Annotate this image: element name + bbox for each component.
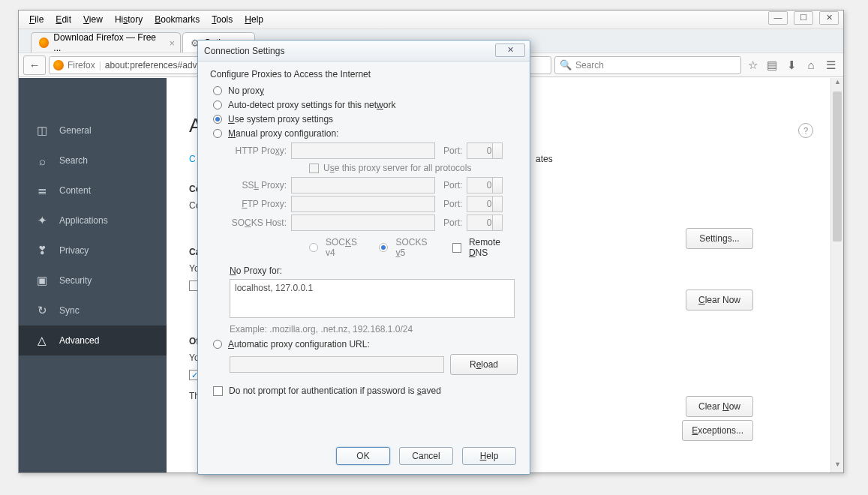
settings-button[interactable]: Settings... (686, 228, 753, 249)
subtab-partial-right[interactable]: ates (536, 154, 553, 164)
scroll-down-icon[interactable]: ▼ (831, 460, 843, 472)
menu-file[interactable]: File (23, 12, 50, 27)
firefox-icon (53, 60, 64, 70)
tab-label: Download Firefox — Free ... (53, 32, 161, 53)
port-label: Port: (443, 199, 462, 209)
exceptions-button[interactable]: Exceptions... (682, 420, 753, 441)
advanced-icon: △ (35, 334, 49, 347)
port-label: Port: (443, 218, 462, 228)
menu-edit[interactable]: Edit (50, 12, 77, 27)
help-icon[interactable]: ? (798, 123, 813, 138)
radio-auto-detect[interactable]: Auto-detect proxy settings for this netw… (213, 100, 518, 110)
http-port-input[interactable]: 0 (467, 142, 503, 159)
radio-icon (213, 340, 222, 349)
sidebar-item-security[interactable]: ▣Security (19, 266, 167, 296)
window-minimize-button[interactable]: — (768, 11, 788, 25)
firefox-icon (39, 38, 49, 48)
socks-host-input[interactable] (291, 214, 435, 231)
radio-auto-config-url[interactable]: Automatic proxy configuration URL: (213, 339, 518, 350)
radio-no-proxy[interactable]: No proxy (213, 86, 518, 96)
vertical-scrollbar[interactable]: ▲ ▼ (830, 78, 843, 472)
search-placeholder: Search (575, 60, 604, 70)
auto-config-url-input[interactable] (230, 356, 444, 373)
url-brand: Firefox (68, 60, 95, 70)
ftp-proxy-input[interactable] (291, 196, 435, 212)
checkbox-icon (213, 386, 223, 396)
ssl-port-input[interactable]: 0 (467, 177, 503, 194)
radio-socks-v5[interactable] (379, 243, 388, 252)
content-icon: ≣ (35, 184, 49, 197)
sidebar-item-applications[interactable]: ✦Applications (19, 206, 167, 236)
general-icon: ◫ (35, 124, 49, 137)
socks-port-input[interactable]: 0 (467, 214, 503, 231)
menu-bar: File Edit View History Bookmarks Tools H… (19, 10, 843, 29)
use-all-protocols-row[interactable]: Use this proxy server for all protocols (309, 163, 518, 173)
checkbox-icon (309, 164, 319, 173)
applications-icon: ✦ (35, 214, 49, 227)
menu-view[interactable]: View (77, 12, 109, 27)
help-button[interactable]: Help (462, 447, 516, 465)
scroll-thumb[interactable] (833, 92, 842, 242)
scroll-up-icon[interactable]: ▲ (831, 78, 843, 90)
sidebar-item-advanced[interactable]: △Advanced (19, 326, 167, 356)
home-icon[interactable]: ⌂ (803, 58, 819, 71)
radio-manual-proxy[interactable]: Manual proxy configuration: (213, 128, 518, 139)
search-icon: 🔍 (560, 59, 572, 70)
radio-system-proxy[interactable]: Use system proxy settings (213, 114, 518, 124)
dialog-close-button[interactable]: ✕ (495, 44, 525, 57)
radio-icon (213, 86, 222, 95)
clear-now-button[interactable]: Clear Now (686, 290, 753, 310)
sidebar-item-sync[interactable]: ↻Sync (19, 296, 167, 326)
privacy-icon: ❣ (35, 244, 49, 257)
ftp-port-input[interactable]: 0 (467, 196, 503, 212)
port-label: Port: (443, 180, 462, 190)
cancel-button[interactable]: Cancel (399, 447, 453, 465)
socks-host-label: SOCKS Host: (230, 218, 287, 228)
no-prompt-auth-row[interactable]: Do not prompt for authentication if pass… (213, 386, 518, 396)
ssl-proxy-input[interactable] (291, 177, 435, 194)
menu-help[interactable]: Help (239, 12, 269, 27)
window-close-button[interactable]: ✕ (819, 11, 839, 25)
dialog-heading: Configure Proxies to Access the Internet (210, 69, 518, 80)
subtab-partial-left[interactable]: C (189, 154, 196, 164)
radio-icon (213, 100, 222, 110)
window-maximize-button[interactable]: ☐ (794, 11, 813, 25)
example-text: Example: .mozilla.org, .net.nz, 192.168.… (230, 324, 518, 334)
sync-icon: ↻ (35, 304, 49, 317)
tab-download-firefox[interactable]: Download Firefox — Free ... × (31, 32, 181, 52)
downloads-icon[interactable]: ⬇ (783, 58, 800, 72)
ftp-proxy-label: FTP Proxy: (230, 199, 287, 209)
sidebar-item-search[interactable]: ⌕Search (19, 146, 167, 176)
dialog-title: Connection Settings (198, 40, 530, 62)
hamburger-menu-icon[interactable]: ☰ (822, 58, 839, 72)
radio-icon (213, 115, 222, 124)
library-icon[interactable]: ▤ (764, 58, 780, 72)
reload-button[interactable]: Reload (450, 354, 518, 375)
sidebar-item-privacy[interactable]: ❣Privacy (19, 236, 167, 266)
port-label: Port: (443, 146, 462, 156)
sidebar-item-content[interactable]: ≣Content (19, 176, 167, 206)
ok-button[interactable]: OK (336, 447, 390, 465)
no-proxy-for-label: No Proxy for: (230, 266, 518, 276)
clear-now-button-2[interactable]: Clear Now (686, 396, 753, 417)
connection-settings-dialog: Connection Settings ✕ Configure Proxies … (197, 40, 530, 475)
menu-history[interactable]: History (109, 12, 149, 27)
back-button[interactable]: ← (23, 56, 46, 75)
preferences-sidebar: ◫General ⌕Search ≣Content ✦Applications … (19, 78, 167, 472)
http-proxy-label: HTTP Proxy: (230, 146, 287, 156)
menu-tools[interactable]: Tools (206, 12, 239, 27)
tab-close-icon[interactable]: × (169, 38, 175, 49)
bookmark-star-icon[interactable]: ☆ (744, 58, 761, 72)
security-icon: ▣ (35, 274, 49, 287)
radio-socks-v4[interactable] (309, 243, 318, 252)
remote-dns-checkbox[interactable] (452, 243, 461, 253)
radio-icon (213, 129, 222, 138)
no-proxy-for-textarea[interactable]: localhost, 127.0.0.1 (230, 279, 515, 318)
sidebar-item-general[interactable]: ◫General (19, 116, 167, 146)
search-bar[interactable]: 🔍 Search (554, 56, 741, 74)
http-proxy-input[interactable] (291, 142, 435, 159)
search-icon: ⌕ (35, 154, 49, 167)
ssl-proxy-label: SSL Proxy: (230, 180, 287, 190)
menu-bookmarks[interactable]: Bookmarks (149, 12, 206, 27)
